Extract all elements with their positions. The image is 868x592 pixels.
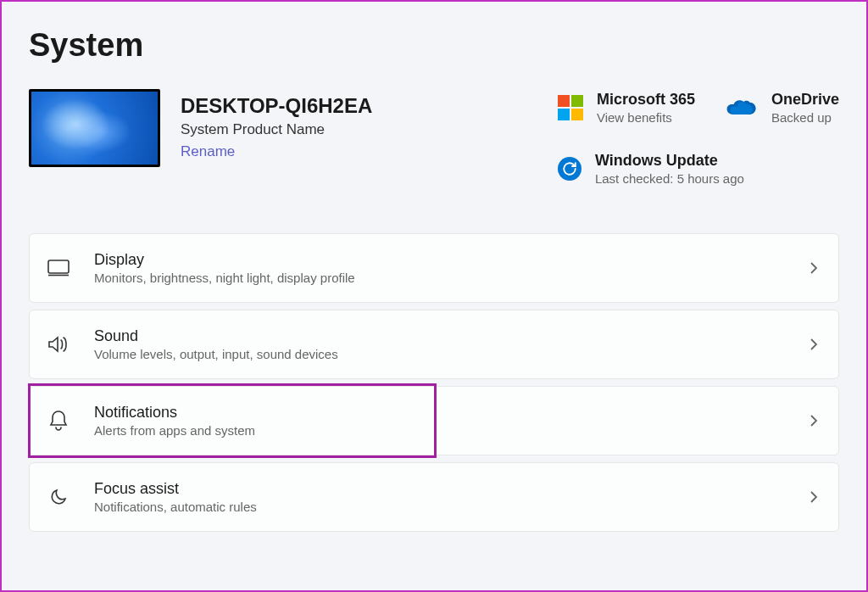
item-title: Focus assist — [94, 480, 786, 498]
device-info: DESKTOP-QI6H2EA System Product Name Rena… — [181, 89, 537, 160]
chevron-right-icon — [810, 490, 818, 504]
onedrive-sub: Backed up — [771, 110, 839, 125]
system-header: DESKTOP-QI6H2EA System Product Name Rena… — [29, 89, 839, 186]
onedrive-title: OneDrive — [771, 91, 839, 109]
item-desc: Monitors, brightness, night light, displ… — [94, 271, 786, 285]
device-name: DESKTOP-QI6H2EA — [181, 94, 537, 118]
ms365-title: Microsoft 365 — [597, 91, 695, 109]
svg-rect-0 — [48, 260, 69, 273]
cloud-icon — [726, 98, 758, 118]
status-cluster: Microsoft 365 View benefits OneDrive Bac… — [558, 89, 839, 186]
settings-item-sound[interactable]: Sound Volume levels, output, input, soun… — [29, 310, 839, 379]
status-ms365[interactable]: Microsoft 365 View benefits — [558, 91, 695, 125]
device-thumbnail — [29, 89, 160, 167]
moon-icon — [47, 485, 70, 509]
update-sync-icon — [558, 157, 581, 181]
microsoft-logo-icon — [558, 95, 583, 120]
item-desc: Notifications, automatic rules — [94, 500, 786, 514]
update-sub: Last checked: 5 hours ago — [595, 171, 744, 186]
page-title: System — [29, 27, 839, 64]
display-icon — [47, 256, 70, 280]
update-title: Windows Update — [595, 152, 744, 170]
rename-link[interactable]: Rename — [181, 143, 235, 160]
settings-list: Display Monitors, brightness, night ligh… — [29, 233, 839, 532]
item-title: Notifications — [94, 404, 786, 422]
device-product: System Product Name — [181, 121, 537, 138]
item-desc: Alerts from apps and system — [94, 423, 786, 438]
sound-icon — [47, 332, 70, 356]
chevron-right-icon — [810, 414, 818, 427]
status-onedrive[interactable]: OneDrive Backed up — [726, 91, 839, 125]
bell-icon — [47, 409, 70, 433]
chevron-right-icon — [810, 261, 818, 275]
item-title: Sound — [94, 327, 786, 345]
item-title: Display — [94, 251, 786, 269]
settings-item-notifications[interactable]: Notifications Alerts from apps and syste… — [29, 386, 839, 455]
item-desc: Volume levels, output, input, sound devi… — [94, 347, 786, 361]
status-update[interactable]: Windows Update Last checked: 5 hours ago — [558, 152, 744, 186]
ms365-sub: View benefits — [597, 110, 695, 125]
settings-item-display[interactable]: Display Monitors, brightness, night ligh… — [29, 233, 839, 303]
chevron-right-icon — [810, 338, 818, 351]
settings-item-focus-assist[interactable]: Focus assist Notifications, automatic ru… — [29, 462, 839, 532]
